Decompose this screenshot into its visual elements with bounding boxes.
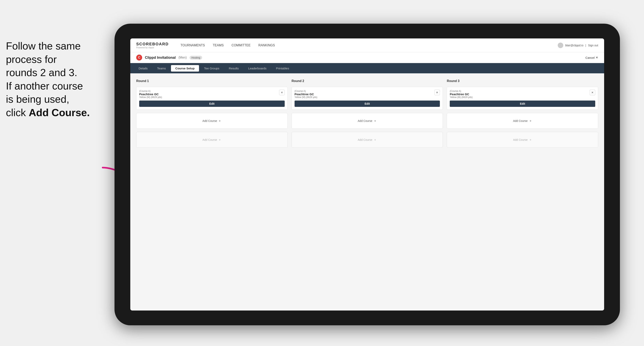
round-1-edit-btn[interactable]: Edit — [139, 101, 285, 107]
round-3-add-course-1[interactable]: Add Course ＋ — [447, 113, 598, 129]
round-1-column: Round 1 (Course A) Peachtree GC Yellow (… — [136, 79, 288, 148]
round-2-plus-icon-2: ＋ — [374, 138, 377, 142]
round-2-course-card: (Course A) Peachtree GC Yellow (M) (6629… — [292, 87, 443, 110]
round-1-course-actions: ✕ — [279, 90, 285, 95]
nav-tournaments[interactable]: TOURNAMENTS — [180, 43, 205, 48]
round-3-course-actions: ✕ — [590, 90, 595, 95]
round-1-course-card: (Course A) Peachtree GC Yellow (M) (6629… — [136, 87, 288, 110]
round-2-delete-btn[interactable]: ✕ — [434, 90, 440, 95]
round-3-delete-btn[interactable]: ✕ — [590, 90, 595, 95]
round-3-label: Round 3 — [447, 79, 598, 83]
tab-tee-groups[interactable]: Tee Groups — [200, 65, 224, 72]
round-3-course-header: (Course A) Peachtree GC Yellow (M) (6629… — [450, 90, 595, 99]
logo-subtitle: Powered by clippd — [136, 46, 168, 49]
nav-committee[interactable]: COMMITTEE — [232, 43, 250, 48]
round-3-course-name: Peachtree GC — [450, 92, 590, 96]
user-avatar — [558, 43, 563, 48]
instruction-line3: rounds 2 and 3. — [6, 67, 77, 78]
round-3-add-course-label-1: Add Course ＋ — [513, 119, 532, 123]
round-2-course-name: Peachtree GC — [294, 92, 434, 96]
round-3-edit-btn[interactable]: Edit — [450, 101, 595, 107]
round-3-add-course-2: Add Course ＋ — [447, 132, 598, 148]
sign-out-link[interactable]: Sign out — [588, 44, 598, 47]
tab-printables[interactable]: Printables — [272, 65, 294, 72]
logo-title: SCOREBOARD — [136, 42, 168, 46]
round-1-delete-btn[interactable]: ✕ — [279, 90, 285, 95]
tournament-gender: (Men) — [178, 56, 187, 59]
instruction-line4: If another course — [6, 80, 83, 92]
round-2-course-actions: ✕ — [434, 90, 440, 95]
add-course-text-2: Add Course — [202, 138, 217, 141]
tournament-logo: C — [136, 55, 142, 60]
instruction-line1: Follow the same — [6, 40, 81, 52]
round-2-label: Round 2 — [292, 79, 443, 83]
r2-add-course-text-1: Add Course — [358, 119, 372, 122]
round-1-add-course-1[interactable]: Add Course ＋ — [136, 113, 288, 129]
tab-teams[interactable]: Teams — [153, 65, 170, 72]
round-3-add-course-label-2: Add Course ＋ — [513, 138, 532, 142]
round-2-column: Round 2 (Course A) Peachtree GC Yellow (… — [292, 79, 443, 148]
round-2-add-course-2: Add Course ＋ — [292, 132, 443, 148]
round-2-course-header: (Course A) Peachtree GC Yellow (M) (6629… — [294, 90, 440, 99]
round-1-course-details: Yellow (M) (6629 yds) — [139, 96, 279, 99]
add-course-text-1: Add Course — [202, 119, 217, 122]
nav-teams[interactable]: TEAMS — [213, 43, 224, 48]
round-3-plus-icon-2: ＋ — [529, 138, 532, 142]
tablet-device: SCOREBOARD Powered by clippd TOURNAMENTS… — [114, 24, 620, 325]
instruction-panel: Follow the same process for rounds 2 and… — [0, 35, 114, 123]
tournament-name: Clippd Invitational — [145, 56, 176, 60]
round-2-add-course-label-1: Add Course ＋ — [358, 119, 377, 123]
round-1-plus-icon-2: ＋ — [218, 138, 221, 142]
tab-leaderboards[interactable]: Leaderboards — [244, 65, 271, 72]
round-1-course-info: (Course A) Peachtree GC Yellow (M) (6629… — [139, 90, 279, 99]
round-2-edit-btn[interactable]: Edit — [294, 101, 440, 107]
round-1-add-course-label-1: Add Course ＋ — [202, 119, 221, 123]
main-content: Round 1 (Course A) Peachtree GC Yellow (… — [130, 73, 604, 311]
tab-course-setup[interactable]: Course Setup — [171, 65, 199, 72]
rounds-grid: Round 1 (Course A) Peachtree GC Yellow (… — [136, 79, 598, 148]
nav-separator: | — [585, 44, 586, 47]
instruction-line5: is being used, — [6, 93, 69, 105]
round-1-course-tag: (Course A) — [139, 90, 279, 92]
hosting-badge: Hosting — [190, 56, 202, 60]
instruction-line6-bold: Add Course. — [29, 107, 90, 118]
round-2-course-details: Yellow (M) (6629 yds) — [294, 96, 434, 99]
instruction-line2: process for — [6, 54, 57, 65]
round-2-add-course-1[interactable]: Add Course ＋ — [292, 113, 443, 129]
round-2-add-course-label-2: Add Course ＋ — [358, 138, 377, 142]
top-navigation: SCOREBOARD Powered by clippd TOURNAMENTS… — [130, 38, 604, 52]
round-3-course-tag: (Course A) — [450, 90, 590, 92]
round-1-plus-icon-1: ＋ — [218, 119, 221, 123]
user-email: blair@clippd.io — [565, 44, 584, 47]
tablet-screen: SCOREBOARD Powered by clippd TOURNAMENTS… — [130, 38, 604, 311]
round-3-plus-icon-1: ＋ — [529, 119, 532, 123]
tab-details[interactable]: Details — [134, 65, 152, 72]
r3-add-course-text-1: Add Course — [513, 119, 528, 122]
tab-results[interactable]: Results — [224, 65, 243, 72]
round-2-plus-icon-1: ＋ — [374, 119, 377, 123]
logo-area: SCOREBOARD Powered by clippd — [136, 42, 168, 49]
round-2-course-info: (Course A) Peachtree GC Yellow (M) (6629… — [294, 90, 434, 99]
round-1-course-name: Peachtree GC — [139, 92, 279, 96]
round-3-course-details: Yellow (M) (6629 yds) — [450, 96, 590, 99]
round-1-add-course-label-2: Add Course ＋ — [202, 138, 221, 142]
round-3-course-info: (Course A) Peachtree GC Yellow (M) (6629… — [450, 90, 590, 99]
round-1-course-header: (Course A) Peachtree GC Yellow (M) (6629… — [139, 90, 285, 99]
nav-rankings[interactable]: RANKINGS — [258, 43, 275, 48]
round-1-add-course-2: Add Course ＋ — [136, 132, 288, 148]
tabs-bar: Details Teams Course Setup Tee Groups Re… — [130, 63, 604, 73]
r3-add-course-text-2: Add Course — [513, 138, 528, 141]
round-3-course-card: (Course A) Peachtree GC Yellow (M) (6629… — [447, 87, 598, 110]
cancel-button[interactable]: Cancel ✕ — [585, 56, 598, 59]
round-2-course-tag: (Course A) — [294, 90, 434, 92]
round-3-column: Round 3 (Course A) Peachtree GC Yellow (… — [447, 79, 598, 148]
sub-header: C Clippd Invitational (Men) Hosting Canc… — [130, 52, 604, 63]
instruction-line6-plain: click — [6, 107, 29, 118]
round-1-label: Round 1 — [136, 79, 288, 83]
user-area: blair@clippd.io | Sign out — [558, 43, 598, 48]
r2-add-course-text-2: Add Course — [358, 138, 372, 141]
